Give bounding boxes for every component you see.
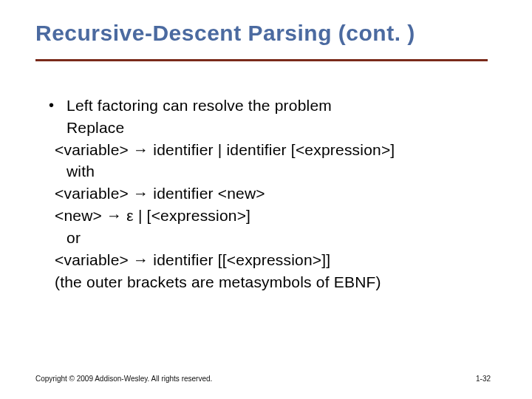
line-or: or [49,227,488,249]
line-rule2: <variable> → identifier <new> [49,183,488,205]
slide-title: Recursive-Descent Parsing (cont. ) [35,21,497,46]
line-rule4: <variable> → identifier [[<expression>]] [49,249,488,271]
line-with: with [49,160,488,183]
bullet-item: Left factoring can resolve the problem [49,95,488,117]
title-underline [35,59,488,61]
line-note: (the outer brackets are metasymbols of E… [49,271,488,293]
copyright-footer: Copyright © 2009 Addison-Wesley. All rig… [35,375,212,383]
line-replace: Replace [49,117,488,139]
line-rule1: <variable> → identifier | identifier [<e… [49,139,488,161]
page-number: 1-32 [476,375,491,383]
line-rule3: <new> → ε | [<expression>] [49,205,488,227]
slide-body: Left factoring can resolve the problem R… [49,95,488,293]
slide: { "title": "Recursive-Descent Parsing (c… [0,0,532,399]
bullet-text: Left factoring can resolve the problem [66,97,332,114]
